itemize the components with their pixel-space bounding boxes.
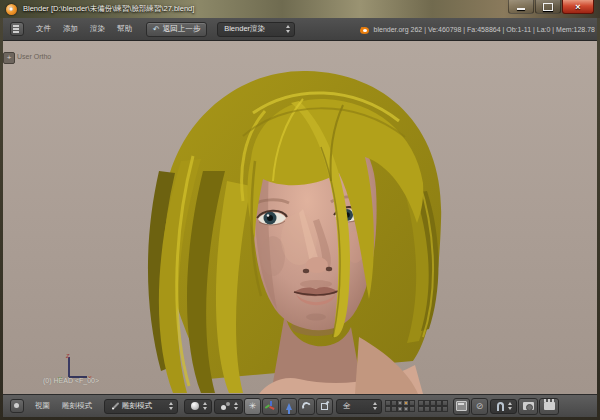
pivot-point-select[interactable] [214,399,243,414]
back-button-label: 返回上一步 [163,24,201,34]
mode-select[interactable]: 雕刻模式 [104,399,178,414]
updown-arrows-icon [286,25,290,33]
minimize-icon [517,8,525,10]
clapperboard-icon [544,402,555,410]
camera-icon [523,402,534,410]
opengl-render-button[interactable] [518,398,538,415]
maximize-icon [543,3,553,11]
close-icon: × [575,2,580,12]
opengl-render-anim-button[interactable] [539,398,559,415]
viewport-shading-select[interactable] [184,399,212,414]
viewport-canvas[interactable]: + User Ortho z x y (0) HEAD <F_00> [3,41,597,394]
updown-arrows-icon [508,402,512,410]
close-button[interactable]: × [562,0,594,14]
rotate-curve-icon [301,400,312,411]
transform-orientation-select[interactable]: 全 [336,399,382,414]
layer-grid[interactable] [385,400,415,412]
layer-cell[interactable] [442,406,448,412]
manipulator-toggle[interactable]: ✳ [244,398,261,415]
blender-logo-icon [359,24,370,35]
window-title: Blender [D:\blender\未備份\練習\臉部練習\27.blend… [23,4,194,14]
scale-square-icon [321,403,328,410]
render-engine-select[interactable]: Blender渲染 [217,22,295,37]
translate-manipulator-button[interactable] [262,398,279,415]
layer-cell[interactable] [409,406,415,412]
back-arrow-icon: ↶ [153,25,160,34]
menu-help[interactable]: 幫助 [111,21,138,37]
manipulator-icon: ✳ [249,402,257,411]
menu-add[interactable]: 添加 [57,21,84,37]
menu-view[interactable]: 視圖 [29,398,56,414]
move-manipulator-button[interactable] [280,398,297,415]
snap-select[interactable] [490,399,517,414]
sculpted-head-model [3,41,597,394]
updown-arrows-icon [373,402,377,410]
solid-shading-icon [191,402,199,410]
menu-sculpt[interactable]: 雕刻模式 [56,398,98,414]
magnet-icon [497,402,504,411]
info-header: 文件 添加 渲染 幫助 ↶ 返回上一步 Blender渲染 blender.or… [3,18,597,41]
titlebar[interactable]: Blender [D:\blender\未備份\練習\臉部練習\27.blend… [0,0,600,18]
blender-window: Blender [D:\blender\未備份\練習\臉部練習\27.blend… [0,0,600,420]
scale-manipulator-button[interactable] [316,398,333,415]
minimize-button[interactable] [508,0,534,14]
view3d-header: 視圖 雕刻模式 雕刻模式 ✳ [3,394,597,417]
scene-stats: blender.org 262 | Ve:460798 | Fa:458864 … [374,26,595,33]
view-orientation-label: User Ortho [17,53,51,60]
updown-arrows-icon [234,402,238,410]
axis-z-label: z [65,352,70,359]
orientation-value: 全 [343,401,351,411]
blender-app-icon [6,4,17,15]
scene-lock-icon [456,401,467,411]
sculpt-brush-icon [112,402,120,410]
move-arrow-icon [286,403,292,410]
menu-render[interactable]: 渲染 [84,21,111,37]
axis-tripod-icon [265,401,276,412]
active-object-info: (0) HEAD <F_00> [43,377,99,384]
view3d-editor-type-icon[interactable] [10,399,24,413]
engine-value: Blender渲染 [224,24,265,34]
updown-arrows-icon [169,402,173,410]
back-one-step-button[interactable]: ↶ 返回上一步 [146,22,207,37]
toolshelf-expand-icon[interactable]: + [3,52,15,64]
proportional-edit-button[interactable]: ⊘ [471,398,488,415]
updown-arrows-icon [203,402,207,410]
menu-file[interactable]: 文件 [30,21,57,37]
info-editor-type-icon[interactable] [10,22,24,36]
scene-lock-button[interactable] [453,398,470,415]
mode-value: 雕刻模式 [122,401,152,411]
layer-grid[interactable] [418,400,448,412]
proportional-edit-off-icon: ⊘ [476,401,484,411]
rotate-manipulator-button[interactable] [298,398,315,415]
pivot-point-icon [221,402,230,411]
maximize-button[interactable] [535,0,561,14]
